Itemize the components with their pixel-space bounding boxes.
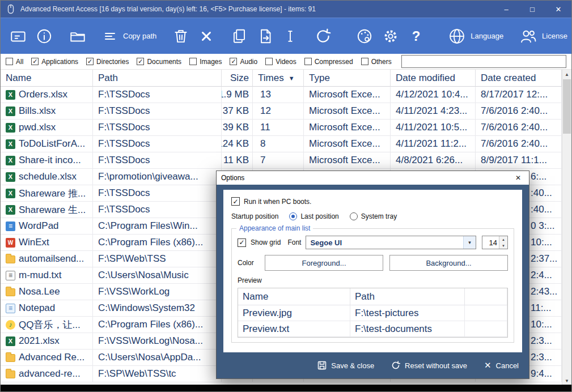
run-on-boot-checkbox[interactable]: ✓ — [231, 197, 240, 206]
filter-audio[interactable]: ✓Audio — [230, 58, 257, 66]
column-header-times[interactable]: Times▼ — [253, 70, 304, 87]
filter-compressed[interactable]: Compressed — [304, 58, 353, 66]
show-grid-checkbox[interactable]: ✓ — [238, 238, 246, 247]
file-name-cell: Shareware 推... — [1, 185, 93, 202]
startup-position-label: Startup position — [231, 212, 278, 220]
filter-directories[interactable]: ✓Directories — [86, 58, 129, 66]
font-size-spinner[interactable]: 14 ▲▼ — [482, 236, 508, 249]
info-button[interactable] — [31, 25, 57, 48]
scrollbar-thumb[interactable] — [563, 79, 571, 134]
filter-label: Documents — [147, 58, 181, 66]
filter-bar: All✓Applications✓Directories✓DocumentsIm… — [1, 54, 571, 70]
checkbox-icon[interactable]: ✓ — [230, 58, 237, 65]
refresh-button[interactable] — [310, 24, 337, 48]
table-row[interactable]: ToDoListForA...F:\TSSDocs124 KB8Microsof… — [1, 136, 562, 152]
language-label: Language — [471, 32, 503, 40]
filter-all[interactable]: All — [6, 58, 23, 66]
excel-file-icon — [6, 156, 15, 165]
help-button[interactable]: ? — [404, 25, 429, 48]
chevron-down-icon[interactable]: ▾ — [463, 236, 476, 249]
file-name: Shareware 生... — [19, 203, 86, 216]
preview-extra — [465, 321, 507, 337]
column-header-size[interactable]: Size — [222, 70, 253, 87]
scroll-up-icon[interactable]: ▲ — [562, 70, 571, 79]
spin-up-icon[interactable]: ▲ — [499, 236, 507, 242]
radio-selected-icon[interactable] — [289, 212, 297, 220]
background-button[interactable]: Background... — [389, 255, 508, 271]
rename-button[interactable] — [278, 25, 302, 47]
filter-videos[interactable]: Videos — [265, 58, 296, 66]
file-name-cell: 2021.xlsx — [1, 333, 93, 350]
preview-column-name: Name — [238, 288, 350, 305]
file-name: WordPad — [19, 220, 59, 232]
filter-label: Audio — [240, 58, 257, 66]
checkbox-icon[interactable] — [304, 58, 312, 65]
file-name-cell: ToDoListForA... — [1, 136, 93, 152]
filter-label: Videos — [276, 58, 296, 66]
column-header-name[interactable]: Name — [1, 70, 93, 87]
settings-button[interactable] — [378, 25, 404, 48]
column-header-path[interactable]: Path — [93, 70, 222, 87]
filter-others[interactable]: Others — [361, 58, 392, 66]
cancel-button[interactable]: ✕ Cancel — [484, 360, 519, 370]
copy-path-button[interactable]: Copy path — [98, 25, 160, 47]
times-cell: 8 — [253, 136, 304, 152]
bottom-strip — [1, 385, 571, 391]
table-row[interactable]: Bills.xlsxF:\TSSDocs37 KB12Microsoft Exc… — [1, 103, 562, 120]
open-folder-button[interactable] — [65, 25, 91, 48]
launch-button[interactable] — [5, 25, 31, 48]
open-folder-icon — [69, 27, 87, 45]
file-name: Nosa.Lee — [19, 286, 60, 297]
checkbox-icon[interactable]: ✓ — [137, 58, 144, 65]
type-cell: Microsoft Exce... — [304, 87, 391, 103]
theme-button[interactable] — [351, 25, 378, 48]
language-button[interactable]: Language — [443, 24, 507, 48]
svg-text:?: ? — [412, 28, 421, 44]
recycle-bin-button[interactable] — [168, 25, 194, 48]
copy-button[interactable] — [226, 25, 252, 48]
delete-button[interactable] — [194, 25, 219, 47]
radio-unselected-icon[interactable] — [350, 212, 358, 220]
date-created-cell: 7/6/2016 2:40... — [476, 136, 562, 152]
radio-last-position-label: Last position — [300, 212, 338, 220]
vertical-scrollbar[interactable]: ▲ ▼ — [562, 70, 571, 386]
minimize-button[interactable]: – — [493, 1, 519, 18]
table-row[interactable]: pwd.xlsxF:\TSSDocs39 KB11Microsoft Exce.… — [1, 120, 562, 136]
checkbox-icon[interactable] — [265, 58, 273, 65]
ibeam-icon — [282, 28, 298, 45]
dialog-close-button[interactable]: ✕ — [507, 171, 529, 185]
checkbox-icon[interactable]: ✓ — [31, 58, 39, 65]
file-path-cell: C:\Users\Nosa\Music — [93, 267, 222, 284]
foreground-button[interactable]: Foreground... — [265, 255, 383, 271]
search-input[interactable] — [401, 55, 566, 68]
column-header-type[interactable]: Type — [304, 70, 391, 87]
maximize-button[interactable]: □ — [519, 1, 545, 18]
radio-system-tray[interactable]: System tray — [350, 212, 397, 220]
column-header-date-created[interactable]: Date created — [476, 70, 562, 87]
checkbox-icon[interactable]: ✓ — [86, 58, 94, 65]
checkbox-icon[interactable] — [189, 58, 197, 65]
table-row[interactable]: Share-it inco...F:\TSSDocs11 KB7Microsof… — [1, 152, 562, 169]
license-button[interactable]: License — [515, 24, 571, 48]
reset-button[interactable]: Reset without save — [391, 361, 467, 370]
file-name: schedule.xlsx — [19, 171, 77, 182]
qq-file-icon — [6, 320, 15, 330]
save-close-button[interactable]: Save & close — [317, 361, 374, 370]
font-combobox[interactable]: Segoe UI ▾ — [306, 236, 476, 249]
export-button[interactable] — [252, 25, 278, 48]
filter-label: Applications — [41, 58, 78, 66]
filter-documents[interactable]: ✓Documents — [137, 58, 181, 66]
checkbox-icon[interactable] — [6, 58, 13, 65]
radio-last-position[interactable]: Last position — [289, 212, 338, 220]
checkbox-icon[interactable] — [361, 58, 368, 65]
spin-down-icon[interactable]: ▼ — [499, 242, 507, 249]
preview-label: Preview — [238, 276, 508, 284]
close-button[interactable]: ✕ — [545, 1, 571, 18]
filter-applications[interactable]: ✓Applications — [31, 58, 78, 66]
excel-file-icon — [6, 336, 15, 346]
refresh-icon — [313, 27, 333, 46]
column-header-date-modified[interactable]: Date modified — [391, 70, 476, 87]
table-row[interactable]: Orders.xlsxF:\TSSDocs1.9 MB13Microsoft E… — [1, 87, 562, 103]
filter-images[interactable]: Images — [189, 58, 222, 66]
file-name-cell: WinExt — [1, 235, 93, 251]
